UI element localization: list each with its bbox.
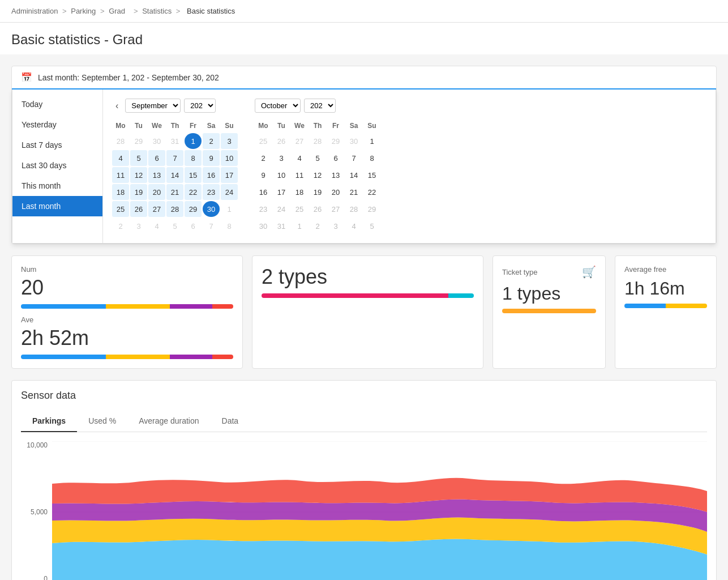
preset-lastmonth[interactable]: Last month (12, 196, 102, 216)
cal-day[interactable]: 30 (148, 133, 165, 149)
cal-day[interactable]: 26 (309, 201, 326, 217)
cal-day[interactable]: 15 (363, 167, 380, 183)
tab-used-percent[interactable]: Used % (77, 411, 127, 432)
cal-day[interactable]: 3 (130, 218, 147, 234)
cal-day[interactable]: 8 (221, 218, 238, 234)
cal-day[interactable]: 11 (291, 167, 308, 183)
cal-day[interactable]: 6 (185, 218, 202, 234)
cal-day[interactable]: 19 (309, 184, 326, 200)
cal-day[interactable]: 20 (148, 184, 165, 200)
cal-day[interactable]: 29 (363, 201, 380, 217)
cal-day[interactable]: 29 (185, 201, 202, 217)
cal-day[interactable]: 16 (255, 184, 272, 200)
cal-prev-button[interactable]: ‹ (112, 100, 122, 112)
tab-avg-duration[interactable]: Average duration (127, 411, 210, 432)
cal-day[interactable]: 1 (363, 133, 380, 149)
cal-day[interactable]: 26 (273, 133, 290, 149)
cal-day[interactable]: 28 (112, 133, 129, 149)
breadcrumb-statistics[interactable]: Statistics (142, 7, 172, 15)
cal-day[interactable]: 28 (309, 133, 326, 149)
cal-day[interactable]: 10 (221, 150, 238, 166)
month-select-left[interactable]: September (125, 99, 181, 113)
preset-thismonth[interactable]: This month (12, 176, 102, 196)
cal-day[interactable]: 31 (166, 133, 183, 149)
cal-day[interactable]: 15 (185, 167, 202, 183)
cal-day[interactable]: 22 (363, 184, 380, 200)
cal-day[interactable]: 2 (255, 150, 272, 166)
cal-day[interactable]: 9 (203, 150, 220, 166)
cal-day[interactable]: 25 (112, 201, 129, 217)
cal-day-3[interactable]: 3 (221, 133, 238, 149)
cal-day[interactable]: 10 (273, 167, 290, 183)
cal-day[interactable]: 4 (112, 150, 129, 166)
breadcrumb-parking[interactable]: Parking (71, 7, 96, 15)
cal-day[interactable]: 14 (345, 167, 362, 183)
cal-day[interactable]: 6 (327, 150, 344, 166)
cal-day[interactable]: 12 (309, 167, 326, 183)
preset-yesterday[interactable]: Yesterday (12, 114, 102, 135)
cal-day[interactable]: 6 (148, 150, 165, 166)
cal-day[interactable]: 12 (130, 167, 147, 183)
cal-day[interactable]: 29 (130, 133, 147, 149)
date-input-row[interactable]: 📅 Last month: September 1, 202 - Septemb… (12, 66, 716, 89)
cal-day[interactable]: 29 (327, 133, 344, 149)
cal-day[interactable]: 7 (166, 150, 183, 166)
cal-day[interactable]: 4 (148, 218, 165, 234)
cal-day[interactable]: 5 (309, 150, 326, 166)
cal-day[interactable]: 5 (363, 218, 380, 234)
cal-day[interactable]: 4 (291, 150, 308, 166)
cal-day[interactable]: 23 (255, 201, 272, 217)
tab-parkings[interactable]: Parkings (21, 411, 77, 432)
cal-day[interactable]: 18 (291, 184, 308, 200)
cal-day[interactable]: 17 (273, 184, 290, 200)
cal-day[interactable]: 14 (166, 167, 183, 183)
preset-today[interactable]: Today (12, 94, 102, 114)
preset-last7[interactable]: Last 7 days (12, 135, 102, 155)
cal-day[interactable]: 7 (203, 218, 220, 234)
cal-day[interactable]: 24 (273, 201, 290, 217)
cal-day[interactable]: 19 (130, 184, 147, 200)
cal-day[interactable]: 28 (166, 201, 183, 217)
cal-day[interactable]: 27 (148, 201, 165, 217)
cal-day[interactable]: 30 (345, 133, 362, 149)
cal-day[interactable]: 8 (185, 150, 202, 166)
year-select-left[interactable]: 202 (184, 99, 216, 113)
cal-day[interactable]: 26 (130, 201, 147, 217)
cal-day[interactable]: 21 (345, 184, 362, 200)
cal-day[interactable]: 24 (221, 184, 238, 200)
cal-day[interactable]: 9 (255, 167, 272, 183)
cal-day[interactable]: 18 (112, 184, 129, 200)
cal-day[interactable]: 17 (221, 167, 238, 183)
cal-day[interactable]: 30 (255, 218, 272, 234)
cal-day[interactable]: 16 (203, 167, 220, 183)
cal-day[interactable]: 27 (291, 133, 308, 149)
preset-last30[interactable]: Last 30 days (12, 155, 102, 176)
breadcrumb-administration[interactable]: Administration (11, 7, 58, 15)
year-select-right[interactable]: 202 (304, 99, 336, 113)
cal-day-1[interactable]: 1 (185, 133, 202, 149)
cal-day[interactable]: 20 (327, 184, 344, 200)
cal-day[interactable]: 23 (203, 184, 220, 200)
cal-day[interactable]: 27 (327, 201, 344, 217)
cal-day[interactable]: 25 (255, 133, 272, 149)
cal-day-30[interactable]: 30 (203, 201, 220, 217)
cal-day[interactable]: 8 (363, 150, 380, 166)
cal-day[interactable]: 25 (291, 201, 308, 217)
cal-day[interactable]: 3 (273, 150, 290, 166)
cal-day[interactable]: 2 (112, 218, 129, 234)
cal-day[interactable]: 13 (148, 167, 165, 183)
cal-day[interactable]: 7 (345, 150, 362, 166)
cal-day[interactable]: 22 (185, 184, 202, 200)
cal-day[interactable]: 5 (130, 150, 147, 166)
cal-day[interactable]: 11 (112, 167, 129, 183)
cal-day[interactable]: 13 (327, 167, 344, 183)
cal-day[interactable]: 4 (345, 218, 362, 234)
cal-day[interactable]: 5 (166, 218, 183, 234)
cal-day[interactable]: 2 (309, 218, 326, 234)
cal-day[interactable]: 28 (345, 201, 362, 217)
cal-day[interactable]: 21 (166, 184, 183, 200)
tab-data[interactable]: Data (211, 411, 250, 432)
cal-day[interactable]: 1 (291, 218, 308, 234)
cal-day-2[interactable]: 2 (203, 133, 220, 149)
cal-day[interactable]: 1 (221, 201, 238, 217)
